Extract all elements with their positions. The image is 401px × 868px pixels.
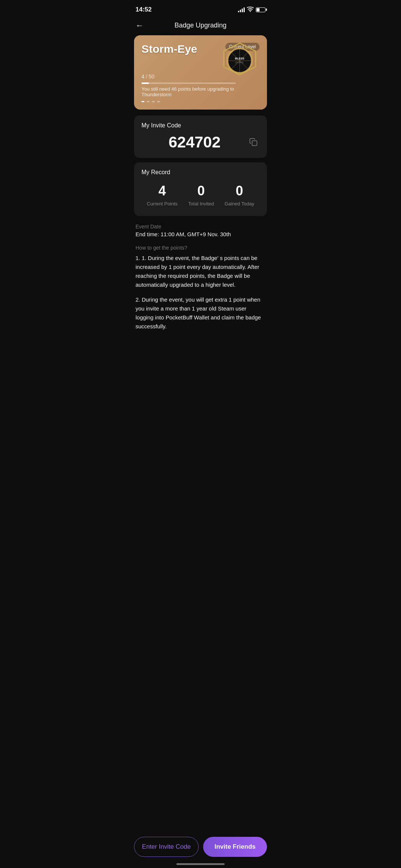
- status-time: 14:52: [136, 6, 151, 13]
- copy-icon[interactable]: [248, 136, 260, 148]
- record-label-points: Current Points: [147, 201, 177, 207]
- event-date-title: Event Date: [136, 224, 265, 230]
- signal-icon: [238, 7, 245, 12]
- back-button[interactable]: ←: [136, 21, 144, 30]
- page-title: Badge Upgrading: [175, 22, 226, 29]
- event-date-text: End time: 11:00 AM, GMT+9 Nov. 30th: [136, 231, 265, 237]
- record-value-invited: 0: [198, 183, 205, 199]
- card-dots: [141, 101, 260, 102]
- svg-text:BLESS: BLESS: [235, 57, 244, 60]
- header: ← Badge Upgrading: [128, 18, 273, 35]
- wifi-icon: [247, 7, 254, 13]
- badge-name: Storm-Eye: [141, 43, 197, 55]
- invite-code-card: My Invite Code 624702: [134, 116, 267, 158]
- info-section: Event Date End time: 11:00 AM, GMT+9 Nov…: [128, 221, 273, 343]
- my-record-title: My Record: [141, 169, 260, 176]
- my-record-card: My Record 4 Current Points 0 Total Invit…: [134, 162, 267, 216]
- record-label-invited: Total Invited: [188, 201, 214, 207]
- invite-code-row: 624702: [141, 133, 260, 151]
- record-gained-today: 0 Gained Today: [225, 183, 254, 207]
- progress-bar-fill: [141, 82, 149, 84]
- battery-icon: [256, 7, 265, 12]
- how-to-title: How to get the points?: [136, 245, 265, 251]
- badge-image: BLESS GLOBAL: [220, 41, 261, 82]
- progress-text: You still need 46 points before upgradin…: [141, 86, 260, 97]
- invite-code-title: My Invite Code: [141, 122, 260, 129]
- how-to-point2: 2. During the event, you will get extra …: [136, 295, 265, 331]
- records-grid: 4 Current Points 0 Total Invited 0 Gaine…: [141, 180, 260, 209]
- record-label-gained: Gained Today: [225, 201, 254, 207]
- record-total-invited: 0 Total Invited: [188, 183, 214, 207]
- status-bar: 14:52: [128, 0, 273, 18]
- badge-card: Storm-Eye Current Level BLESS GLOBAL 4 /…: [134, 35, 267, 110]
- record-value-points: 4: [159, 183, 166, 199]
- record-value-gained: 0: [236, 183, 243, 199]
- invite-code-value: 624702: [141, 133, 248, 151]
- svg-rect-10: [252, 141, 257, 146]
- status-icons: [238, 7, 265, 13]
- progress-bar: [141, 82, 236, 84]
- svg-text:GLOBAL: GLOBAL: [235, 61, 244, 64]
- how-to-point1: 1. 1. During the event, the Badge' s poi…: [136, 254, 265, 289]
- record-current-points: 4 Current Points: [147, 183, 177, 207]
